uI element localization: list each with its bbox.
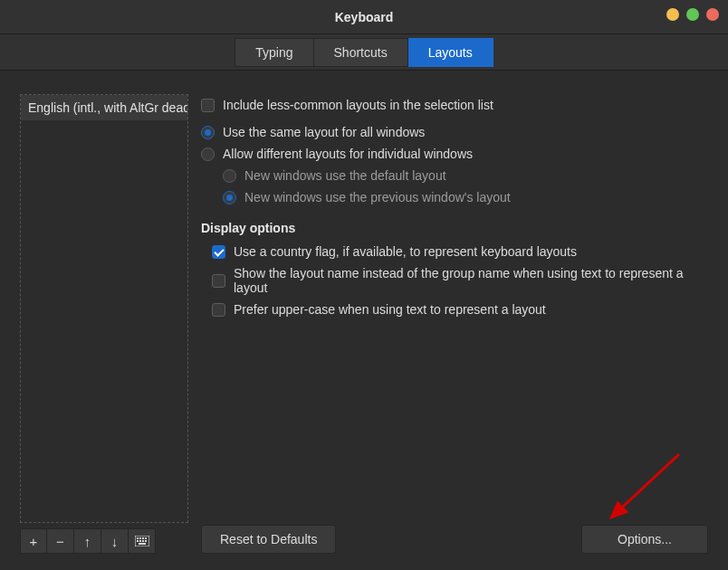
checkbox-upper-case[interactable]	[212, 303, 225, 317]
radio-new-default	[223, 169, 236, 183]
row-layout-name[interactable]: Show the layout name instead of the grou…	[201, 262, 708, 299]
tab-typing[interactable]: Typing	[235, 38, 313, 67]
add-button[interactable]: +	[20, 528, 47, 554]
row-upper-case[interactable]: Prefer upper-case when using text to rep…	[201, 299, 708, 320]
label-include-less-common: Include less-common layouts in the selec…	[223, 98, 493, 112]
svg-rect-3	[142, 537, 144, 539]
row-country-flag[interactable]: Use a country flag, if available, to rep…	[201, 241, 708, 262]
row-include-less-common[interactable]: Include less-common layouts in the selec…	[201, 94, 708, 116]
svg-rect-4	[145, 537, 147, 539]
svg-rect-8	[145, 540, 147, 542]
keyboard-icon	[135, 536, 149, 546]
tab-bar: Typing Shortcuts Layouts	[0, 34, 728, 71]
checkbox-country-flag[interactable]	[212, 245, 225, 259]
layout-list-toolbar: + − ↑ ↓	[20, 528, 188, 554]
window-title: Keyboard	[335, 10, 394, 24]
checkbox-include-less-common[interactable]	[201, 99, 215, 112]
label-upper-case: Prefer upper-case when using text to rep…	[234, 302, 546, 317]
row-new-previous: New windows use the previous window's la…	[201, 186, 708, 208]
close-icon[interactable]	[706, 8, 719, 21]
settings-panel: Include less-common layouts in the selec…	[201, 94, 708, 554]
tab-shortcuts[interactable]: Shortcuts	[314, 38, 408, 67]
row-allow-different[interactable]: Allow different layouts for individual w…	[201, 143, 708, 165]
label-same-layout: Use the same layout for all windows	[223, 125, 425, 139]
label-new-default: New windows use the default layout	[244, 168, 446, 183]
arrow-up-icon: ↑	[84, 534, 91, 549]
svg-rect-9	[139, 543, 146, 545]
layouts-sidebar: English (intl., with AltGr dead k + − ↑ …	[20, 94, 188, 554]
svg-rect-7	[142, 540, 144, 542]
radio-new-previous	[223, 191, 236, 204]
display-options-heading: Display options	[201, 221, 708, 235]
arrow-down-icon: ↓	[111, 534, 119, 549]
options-button[interactable]: Options...	[581, 525, 708, 554]
window-buttons	[666, 8, 719, 21]
radio-allow-different[interactable]	[201, 147, 215, 161]
keyboard-preview-button[interactable]	[129, 528, 156, 554]
minus-icon: −	[56, 534, 64, 549]
move-up-button[interactable]: ↑	[74, 528, 101, 554]
radio-same-layout[interactable]	[201, 126, 215, 139]
label-country-flag: Use a country flag, if available, to rep…	[234, 244, 577, 259]
tab-layouts[interactable]: Layouts	[408, 38, 493, 67]
svg-rect-5	[137, 540, 139, 542]
row-new-default: New windows use the default layout	[201, 165, 708, 186]
checkbox-layout-name[interactable]	[212, 274, 225, 288]
maximize-icon[interactable]	[686, 8, 699, 21]
list-item[interactable]: English (intl., with AltGr dead k	[21, 95, 187, 120]
layout-list[interactable]: English (intl., with AltGr dead k	[20, 94, 188, 523]
remove-button[interactable]: −	[47, 528, 74, 554]
label-new-previous: New windows use the previous window's la…	[244, 190, 511, 204]
svg-rect-1	[137, 537, 139, 539]
minimize-icon[interactable]	[666, 8, 679, 21]
reset-button[interactable]: Reset to Defaults	[201, 525, 336, 554]
label-layout-name: Show the layout name instead of the grou…	[234, 266, 708, 295]
label-allow-different: Allow different layouts for individual w…	[223, 147, 473, 161]
svg-rect-2	[139, 537, 141, 539]
move-down-button[interactable]: ↓	[101, 528, 129, 554]
row-same-layout[interactable]: Use the same layout for all windows	[201, 121, 708, 143]
content-area: English (intl., with AltGr dead k + − ↑ …	[0, 71, 728, 570]
svg-rect-6	[139, 540, 141, 542]
titlebar: Keyboard	[0, 0, 728, 34]
plus-icon: +	[30, 534, 38, 549]
